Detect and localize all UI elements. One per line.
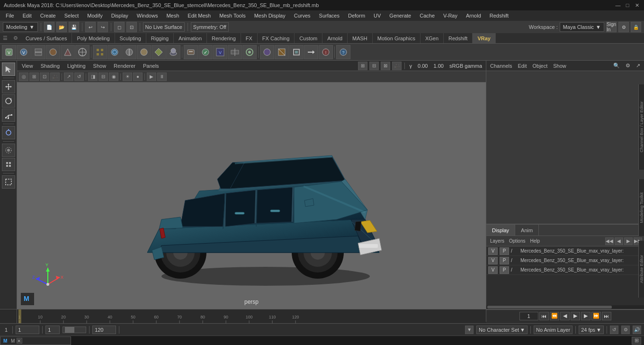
menu-windows[interactable]: Windows bbox=[133, 12, 162, 19]
options-label[interactable]: Options bbox=[507, 238, 527, 244]
menu-edit-mesh[interactable]: Edit Mesh bbox=[184, 12, 215, 19]
vray-icon-23[interactable]: ? bbox=[336, 45, 350, 59]
vray-icon-10[interactable] bbox=[137, 45, 151, 59]
layer-nav-1[interactable]: ◀◀ bbox=[605, 237, 614, 245]
vray-icon-17[interactable] bbox=[242, 45, 257, 59]
save-file-icon[interactable]: 💾 bbox=[69, 22, 79, 32]
layer-p-1[interactable]: P bbox=[500, 247, 509, 255]
tab-xgen[interactable]: XGen bbox=[420, 33, 444, 43]
right-panel-icon-3[interactable]: ↗ bbox=[636, 63, 640, 69]
vp-menu-lighting[interactable]: Lighting bbox=[64, 63, 89, 69]
vray-icon-7[interactable] bbox=[93, 45, 107, 59]
tab-sculpting[interactable]: Sculpting bbox=[115, 33, 146, 43]
layer-scroll-thumb[interactable] bbox=[487, 306, 612, 309]
right-panel-icon-1[interactable]: 🔍 bbox=[613, 63, 620, 69]
layer-row[interactable]: V P / Mercedes_Benz_350_SE_Blue_max_vray… bbox=[486, 246, 644, 256]
layer-row[interactable]: V P / Mercedes_Benz_350_SE_Blue_max_vray… bbox=[486, 265, 644, 275]
vp-icon-2[interactable]: ⊟ bbox=[369, 62, 379, 70]
vray-icon-4[interactable] bbox=[46, 45, 60, 59]
layer-v-2[interactable]: V bbox=[488, 257, 498, 264]
edit-btn[interactable]: Edit bbox=[518, 63, 527, 69]
tab-custom[interactable]: Custom bbox=[295, 33, 322, 43]
vp-tb-light[interactable]: ☀ bbox=[123, 73, 132, 81]
play-end-btn[interactable]: ⏭ bbox=[602, 312, 611, 320]
tab-redshift[interactable]: Redshift bbox=[444, 33, 473, 43]
audio-btn[interactable]: 🔊 bbox=[633, 326, 641, 334]
soft-select-btn[interactable] bbox=[2, 144, 15, 157]
vp-tb-5[interactable]: ↗ bbox=[64, 73, 73, 81]
universal-manip-btn[interactable] bbox=[2, 126, 15, 139]
vray-icon-12[interactable] bbox=[166, 45, 180, 59]
marquee-btn[interactable] bbox=[2, 175, 15, 189]
vray-icon-3[interactable] bbox=[31, 45, 45, 59]
move-tool-btn[interactable] bbox=[2, 80, 15, 93]
vp-tb-shading[interactable]: ◨ bbox=[88, 73, 98, 81]
layer-v-1[interactable]: V bbox=[488, 247, 498, 255]
mini-maya-window[interactable]: M M ✕ bbox=[0, 336, 71, 345]
vp-tb-wire[interactable]: ⊟ bbox=[98, 73, 108, 81]
vp-tb-4[interactable]: 🎥 bbox=[50, 73, 60, 81]
menu-redshift[interactable]: Redshift bbox=[486, 12, 512, 19]
menu-deform[interactable]: Deform bbox=[344, 12, 369, 19]
vray-icon-18[interactable] bbox=[260, 45, 274, 59]
viewport-canvas[interactable]: X Y Z M persp bbox=[17, 82, 486, 309]
show-btn[interactable]: Show bbox=[553, 63, 566, 69]
close-button[interactable]: ✕ bbox=[634, 2, 640, 9]
vray-icon-5[interactable] bbox=[61, 45, 75, 59]
settings-btn-2[interactable]: ⚙ bbox=[621, 326, 630, 334]
vray-icon-19[interactable] bbox=[275, 45, 289, 59]
bb-arrow[interactable]: ▼ bbox=[465, 326, 474, 334]
vp-icon-1[interactable]: ⊞ bbox=[358, 62, 367, 70]
tab-home-icon[interactable]: ⚙ bbox=[10, 33, 21, 43]
play-prev-btn[interactable]: ◀ bbox=[560, 312, 570, 320]
lock-icon[interactable]: 🔒 bbox=[631, 22, 641, 32]
menu-arnold[interactable]: Arnold bbox=[462, 12, 485, 19]
vray-icon-9[interactable] bbox=[122, 45, 136, 59]
select-tool-btn[interactable] bbox=[2, 63, 15, 76]
snap-btn[interactable] bbox=[2, 158, 15, 171]
new-file-icon[interactable]: 📄 bbox=[44, 22, 54, 32]
vray-icon-16[interactable] bbox=[228, 45, 242, 59]
vp-tb-play[interactable]: ▶ bbox=[147, 73, 156, 81]
play-prev-key-btn[interactable]: ⏪ bbox=[550, 312, 559, 320]
lasso-icon[interactable]: ⊡ bbox=[126, 22, 137, 32]
tab-poly-modeling[interactable]: Poly Modeling bbox=[72, 33, 115, 43]
vray-icon-22[interactable]: ! bbox=[319, 45, 333, 59]
minimize-button[interactable]: — bbox=[615, 2, 621, 9]
vp-tb-2[interactable]: ⊞ bbox=[29, 73, 39, 81]
vray-icon-14[interactable]: ✓ bbox=[198, 45, 213, 59]
tab-menu-icon[interactable]: ☰ bbox=[0, 33, 10, 43]
layer-v-3[interactable]: V bbox=[488, 266, 498, 274]
layer-nav-3[interactable]: ▶ bbox=[624, 237, 633, 245]
tab-curves-surfaces[interactable]: Curves / Surfaces bbox=[21, 33, 72, 43]
tab-arnold[interactable]: Arnold bbox=[322, 33, 348, 43]
select-icon[interactable]: ◻ bbox=[114, 22, 125, 32]
settings-icon[interactable]: ⚙ bbox=[618, 22, 629, 32]
play-next-key-btn[interactable]: ⏩ bbox=[591, 312, 601, 320]
tab-fx-caching[interactable]: FX Caching bbox=[258, 33, 295, 43]
mode-dropdown[interactable]: Modeling ▼ bbox=[3, 22, 38, 32]
vp-menu-renderer[interactable]: Renderer bbox=[111, 63, 138, 69]
no-anim-layer[interactable]: No Anim Layer bbox=[534, 326, 572, 334]
layer-scrollbar[interactable] bbox=[486, 305, 644, 309]
help-label[interactable]: Help bbox=[528, 238, 542, 244]
vray-icon-8[interactable] bbox=[107, 45, 122, 59]
layer-p-3[interactable]: P bbox=[500, 266, 509, 274]
redo-icon[interactable]: ↪ bbox=[98, 22, 108, 32]
menu-mesh-display[interactable]: Mesh Display bbox=[250, 12, 289, 19]
right-panel-icon-2[interactable]: ⚙ bbox=[626, 63, 630, 69]
frame-range-start-input[interactable] bbox=[16, 326, 39, 334]
menu-modify[interactable]: Modify bbox=[83, 12, 106, 19]
no-character-set[interactable]: No Character Set ▼ bbox=[476, 326, 528, 334]
vray-icon-13[interactable] bbox=[184, 45, 198, 59]
menu-edit[interactable]: Edit bbox=[19, 12, 36, 19]
vp-tb-pause[interactable]: ⏸ bbox=[157, 73, 167, 81]
current-frame-input[interactable] bbox=[519, 312, 538, 320]
menu-vray[interactable]: V-Ray bbox=[439, 12, 461, 19]
workspace-selector[interactable]: Maya Classic ▼ bbox=[560, 22, 604, 32]
vp-tb-1[interactable]: ◎ bbox=[19, 73, 28, 81]
sign-in-btn[interactable]: Sign In bbox=[606, 22, 617, 32]
object-btn[interactable]: Object bbox=[532, 63, 547, 69]
menu-file[interactable]: File bbox=[2, 12, 18, 19]
menu-cache[interactable]: Cache bbox=[416, 12, 438, 19]
